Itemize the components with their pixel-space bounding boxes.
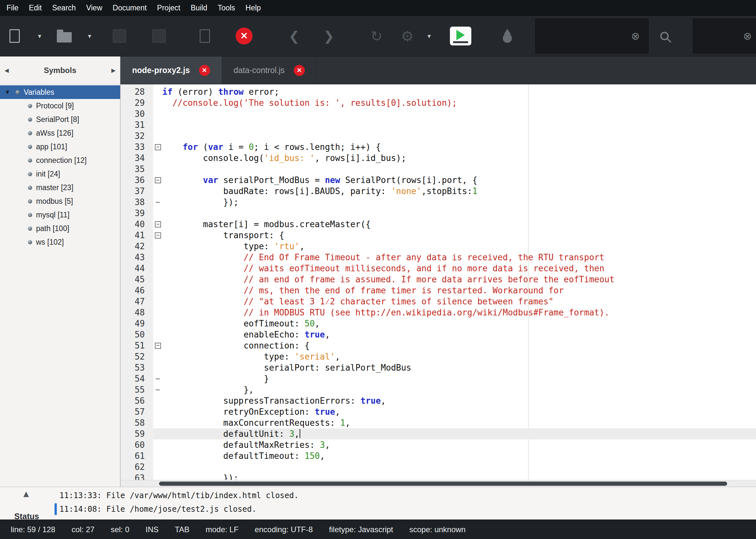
menu-item-search[interactable]: Search bbox=[47, 0, 81, 16]
code-text[interactable]: connection: { bbox=[162, 340, 756, 351]
line-number[interactable]: 35 bbox=[121, 164, 153, 175]
clear-entry-icon[interactable]: ⊗ bbox=[631, 30, 640, 42]
code-text[interactable]: if (error) throw error; bbox=[162, 86, 756, 97]
menu-item-project[interactable]: Project bbox=[152, 0, 186, 16]
menu-item-tools[interactable]: Tools bbox=[212, 0, 240, 16]
search-entry[interactable]: ⊗ bbox=[693, 19, 756, 53]
line-number[interactable]: 30 bbox=[121, 109, 153, 119]
line-number[interactable]: 45 bbox=[121, 274, 153, 285]
code-line[interactable]: 33 for (var i = 0; i < rows.length; i++)… bbox=[121, 141, 756, 153]
line-number[interactable]: 59 bbox=[121, 428, 153, 439]
line-number[interactable]: 32 bbox=[121, 130, 153, 141]
code-editor[interactable]: 28if (error) throw error;29 //console.lo… bbox=[121, 84, 756, 487]
line-number[interactable]: 33 bbox=[121, 141, 153, 153]
line-number[interactable]: 50 bbox=[121, 329, 153, 340]
line-number[interactable]: 46 bbox=[121, 285, 153, 296]
fold-margin[interactable] bbox=[153, 208, 162, 219]
tree-item[interactable]: aWss [126] bbox=[0, 126, 120, 140]
save-all-button[interactable] bbox=[152, 29, 166, 43]
code-text[interactable]: master[i] = modbus.createMaster({ bbox=[162, 219, 756, 230]
code-line[interactable]: 54 } bbox=[121, 373, 756, 384]
code-text[interactable]: suppressTransactionErrors: true, bbox=[162, 395, 756, 406]
line-number[interactable]: 49 bbox=[121, 318, 153, 329]
code-line[interactable]: 30 bbox=[121, 109, 756, 119]
code-line[interactable]: 42 type: 'rtu', bbox=[121, 241, 756, 252]
code-line[interactable]: 28if (error) throw error; bbox=[121, 86, 756, 97]
code-line[interactable]: 52 type: 'serial', bbox=[121, 351, 756, 362]
code-text[interactable]: transport: { bbox=[162, 230, 756, 241]
line-number[interactable]: 47 bbox=[121, 296, 153, 307]
tree-item[interactable]: path [100] bbox=[0, 222, 120, 235]
new-document-dropdown[interactable]: ▾ bbox=[38, 32, 41, 40]
code-text[interactable]: type: 'rtu', bbox=[162, 241, 756, 252]
code-text[interactable]: // an end of frame is assumed. If more d… bbox=[162, 274, 756, 285]
code-line[interactable]: 53 serialPort: serialPort_ModBus bbox=[121, 362, 756, 373]
expander-down-icon[interactable]: ▼ bbox=[5, 89, 12, 96]
code-line[interactable]: 56 suppressTransactionErrors: true, bbox=[121, 395, 756, 406]
tree-item[interactable]: connection [12] bbox=[0, 153, 120, 167]
code-text[interactable]: eofTimeout: 50, bbox=[162, 318, 756, 329]
fold-margin[interactable] bbox=[153, 351, 162, 362]
fold-collapse-icon[interactable] bbox=[155, 144, 161, 150]
line-number[interactable]: 29 bbox=[121, 97, 153, 109]
fold-margin[interactable] bbox=[153, 252, 162, 263]
line-number[interactable]: 34 bbox=[121, 153, 153, 164]
fold-margin[interactable] bbox=[153, 241, 162, 252]
fold-margin[interactable] bbox=[153, 109, 162, 119]
fold-margin[interactable] bbox=[153, 186, 162, 197]
fold-margin[interactable] bbox=[153, 97, 162, 109]
navigate-back-button[interactable]: ❮ bbox=[289, 29, 299, 43]
tree-item[interactable]: init [24] bbox=[0, 167, 120, 181]
fold-collapse-icon[interactable] bbox=[155, 343, 161, 349]
fold-margin[interactable] bbox=[153, 307, 162, 318]
code-text[interactable]: //console.log('The solution is: ', resul… bbox=[162, 97, 756, 109]
fold-margin[interactable] bbox=[153, 296, 162, 307]
fold-margin[interactable] bbox=[153, 230, 162, 241]
fold-margin[interactable] bbox=[153, 285, 162, 296]
code-text[interactable] bbox=[162, 208, 756, 219]
fold-margin[interactable] bbox=[153, 197, 162, 208]
menu-item-help[interactable]: Help bbox=[240, 0, 266, 16]
open-document-dropdown[interactable]: ▾ bbox=[88, 32, 91, 40]
menu-item-file[interactable]: File bbox=[1, 0, 24, 16]
code-line[interactable]: 38 }); bbox=[121, 197, 756, 208]
line-number[interactable]: 31 bbox=[121, 119, 153, 130]
fold-margin[interactable] bbox=[153, 219, 162, 230]
color-chooser-button[interactable] bbox=[503, 29, 512, 43]
open-document-button[interactable] bbox=[57, 30, 72, 42]
fold-margin[interactable] bbox=[153, 175, 162, 186]
code-line[interactable]: 36 var serialPort_ModBus = new SerialPor… bbox=[121, 175, 756, 186]
line-number[interactable]: 60 bbox=[121, 439, 153, 450]
code-text[interactable]: retryOnException: true, bbox=[162, 406, 756, 417]
line-number[interactable]: 54 bbox=[121, 373, 153, 384]
code-text[interactable]: // ms, then the end of frame timer is re… bbox=[162, 285, 756, 296]
line-number[interactable]: 28 bbox=[121, 86, 153, 97]
run-button[interactable] bbox=[450, 27, 471, 45]
fold-margin[interactable] bbox=[153, 141, 162, 153]
tree-item[interactable]: SerialPort [8] bbox=[0, 113, 120, 126]
line-number[interactable]: 43 bbox=[121, 252, 153, 263]
build-dropdown[interactable]: ▾ bbox=[428, 32, 431, 40]
code-line[interactable]: 60 defaultMaxRetries: 3, bbox=[121, 439, 756, 450]
code-text[interactable]: defaultMaxRetries: 3, bbox=[162, 439, 756, 450]
code-line[interactable]: 61 defaultTimeout: 150, bbox=[121, 450, 756, 461]
line-number[interactable]: 57 bbox=[121, 406, 153, 417]
code-text[interactable]: } bbox=[162, 373, 756, 384]
line-number[interactable]: 58 bbox=[121, 417, 153, 428]
close-document-button[interactable]: ✕ bbox=[236, 28, 253, 44]
fold-margin[interactable] bbox=[153, 428, 162, 439]
fold-collapse-icon[interactable] bbox=[155, 221, 161, 227]
code-text[interactable] bbox=[162, 461, 756, 473]
goto-line-entry[interactable]: ⊗ bbox=[535, 19, 648, 53]
fold-margin[interactable] bbox=[153, 130, 162, 141]
sidebar-next-tab-icon[interactable]: ▸ bbox=[111, 65, 116, 75]
fold-margin[interactable] bbox=[153, 329, 162, 340]
fold-margin[interactable] bbox=[153, 119, 162, 130]
tree-item[interactable]: mysql [11] bbox=[0, 208, 120, 222]
line-number[interactable]: 39 bbox=[121, 208, 153, 219]
tab-data-control.js[interactable]: data-control.js✕ bbox=[222, 56, 317, 84]
code-line[interactable]: 46 // ms, then the end of frame timer is… bbox=[121, 285, 756, 296]
code-line[interactable]: 40 master[i] = modbus.createMaster({ bbox=[121, 219, 756, 230]
sidebar-tab-symbols[interactable]: Symbols bbox=[44, 66, 76, 75]
compile-button[interactable]: ↻ bbox=[371, 28, 383, 44]
